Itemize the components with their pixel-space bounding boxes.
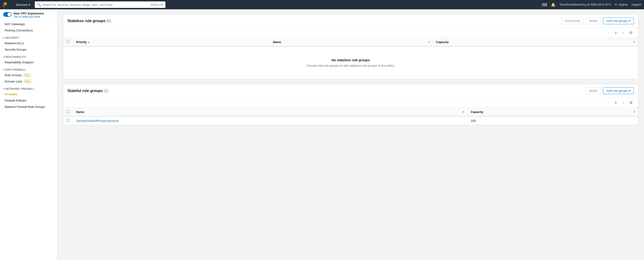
stateful-rule-groups-section: Stateful rule groups (1) Delete Add rule… [63,84,638,125]
table-settings-button[interactable]: ⚙ [628,100,634,106]
sidebar-section-dns-firewall[interactable]: ▾ DNS FIREWALL [0,65,57,72]
svg-text:aws: aws [3,6,6,7]
vpc-experience-toggle[interactable] [3,12,12,17]
stateful-section-header: Stateful rule groups (1) Delete Add rule… [63,84,638,98]
vpc-experience-label: New VPC Experience [14,12,44,15]
capacity-column-header[interactable]: Capacity ▾ [433,38,638,46]
new-badge: New [24,73,31,77]
toggle-knob [8,12,11,16]
top-navigation: aws Services ▾ 🔍 [Option+S] ⌨ 🔔 TeamRole… [0,0,644,9]
search-icon: 🔍 [37,3,41,6]
name-label: Name [273,40,281,44]
prev-page-button[interactable]: ‹ [606,30,612,36]
support-menu[interactable]: Support [632,3,641,6]
services-menu-button[interactable]: Services ▾ [14,2,32,7]
stateless-header-actions: Edit priority Delete Add rule groups ▾ [562,17,634,24]
name-column-header[interactable]: Name ▾ [270,38,433,46]
stateful-header-actions: Delete Add rule groups ▾ [586,87,634,94]
sidebar-item-label: Network ACLs [5,41,24,45]
name-column-header[interactable]: Name ▾ [73,108,467,116]
priority-label: Priority [76,40,87,44]
empty-state: No stateless rule groups Choose Add rule… [66,49,635,77]
sidebar-item-network-firewall-rule-groups[interactable]: Network Firewall Rule Groups [0,104,57,110]
filter-icon: ▾ [463,111,464,113]
sidebar-item-label: NAT Gateways [5,22,25,26]
sidebar-item-firewall-policies[interactable]: Firewall Policies [0,97,57,104]
add-rule-groups-button[interactable]: Add rule groups ▾ [603,87,634,94]
stateless-rule-table: Priority ▲ Name ▾ Capaci [63,38,638,79]
sidebar-item-label: Rule Groups [5,73,22,77]
region-selector[interactable]: N. Virginia [615,3,628,6]
sidebar-toggle-button[interactable]: ◀ [57,130,58,139]
dropdown-arrow-icon: ▾ [629,89,630,93]
table-header-row: Priority ▲ Name ▾ Capaci [63,38,638,46]
sidebar-item-label: Firewalls [5,93,18,96]
nav-right: ⌨ 🔔 TeamRole/MasterKey @ 0086-2976-3274 … [542,2,641,7]
section-arrow-icon: ▾ [3,69,5,71]
main-layout: New VPC Experience Tell us what you thin… [0,9,644,260]
sidebar-section-security[interactable]: ▾ SECURITY [0,33,57,40]
next-page-button[interactable]: › [620,100,626,106]
sidebar-section-reachability[interactable]: ▾ REACHABILITY [0,53,57,59]
vpc-experience-banner: New VPC Experience Tell us what you thin… [0,9,57,21]
filter-icon: ▾ [634,111,635,113]
edit-priority-button[interactable]: Edit priority [562,17,584,24]
dropdown-arrow-icon: ▾ [629,19,630,23]
main-content: Stateless rule groups (0) Edit priority … [58,9,644,260]
search-input[interactable] [42,3,150,6]
table-settings-button[interactable]: ⚙ [628,30,634,36]
sidebar-item-rule-groups[interactable]: Rule Groups New [0,72,57,78]
sidebar-item-label: Reachability Analyzer [5,61,34,64]
sidebar-item-domain-lists[interactable]: Domain Lists New [0,78,57,85]
select-all-header [63,108,73,116]
aws-logo[interactable]: aws [3,2,11,7]
filter-icon: ▾ [428,41,430,43]
table-header-row: Name ▾ Capacity ▾ [63,108,638,116]
search-bar[interactable]: 🔍 [Option+S] [35,1,166,8]
capacity-column-header[interactable]: Capacity ▾ [467,108,638,116]
stateless-rule-groups-section: Stateless rule groups (0) Edit priority … [63,14,638,79]
page-number: 1 [614,100,618,105]
next-page-button[interactable]: › [620,30,626,36]
services-chevron-icon: ▾ [28,3,30,6]
row-checkbox[interactable] [66,119,70,122]
page-number: 1 [614,30,618,35]
user-info[interactable]: TeamRole/MasterKey @ 0086-2976-3274 [559,3,611,6]
sidebar-item-nat-gateways[interactable]: NAT Gateways [0,21,57,27]
sidebar-item-label: Firewall Policies [5,99,26,102]
prev-page-button[interactable]: ‹ [606,100,612,106]
sort-ascending-icon: ▲ [88,41,90,43]
sidebar-item-network-acls[interactable]: Network ACLs [0,40,57,46]
empty-state-row: No stateless rule groups Choose Add rule… [63,46,638,79]
sidebar-section-network-firewall[interactable]: ▾ NETWORK FIREWALL [0,85,57,91]
capacity-cell: 100 [467,116,638,125]
sidebar-item-reachability-analyzer[interactable]: Reachability Analyzer [0,59,57,65]
sidebar-item-firewalls[interactable]: Firewalls [0,91,57,97]
capacity-label: Capacity [436,40,449,44]
empty-description: Choose Add rule groups to add stateless … [71,64,630,67]
sidebar-item-label: Network Firewall Rule Groups [5,105,45,109]
sidebar-item-peering-connections[interactable]: Peering Connections [0,27,57,33]
terminal-icon[interactable]: ⌨ [542,2,547,7]
delete-button[interactable]: Delete [586,87,601,94]
new-badge: New [24,80,31,83]
delete-button[interactable]: Delete [586,17,601,24]
empty-title: No stateless rule groups [71,58,630,62]
stateful-rule-table: Name ▾ Capacity ▾ [63,108,638,125]
bell-icon[interactable]: 🔔 [551,2,556,7]
section-arrow-icon: ▾ [3,56,5,58]
select-all-checkbox[interactable] [66,110,70,113]
priority-column-header[interactable]: Priority ▲ [73,38,270,46]
sidebar-item-security-groups[interactable]: Security Groups [0,46,57,53]
stateful-section-title: Stateful rule groups (1) [68,89,108,93]
section-arrow-icon: ▾ [3,88,5,90]
select-all-checkbox[interactable] [66,40,70,43]
sidebar-item-label: Peering Connections [5,29,33,32]
search-shortcut: [Option+S] [151,3,163,6]
stateless-pagination-row: ‹ 1 › ⚙ [63,28,638,38]
vpc-experience-link[interactable]: Tell us what you think [14,15,44,18]
table-row: SampleStatefulRulegroupName 100 [63,116,638,125]
add-rule-groups-button[interactable]: Add rule groups ▾ [603,17,634,24]
rule-group-name-link[interactable]: SampleStatefulRulegroupName [76,119,119,123]
sidebar-item-label: Domain Lists [5,80,22,83]
